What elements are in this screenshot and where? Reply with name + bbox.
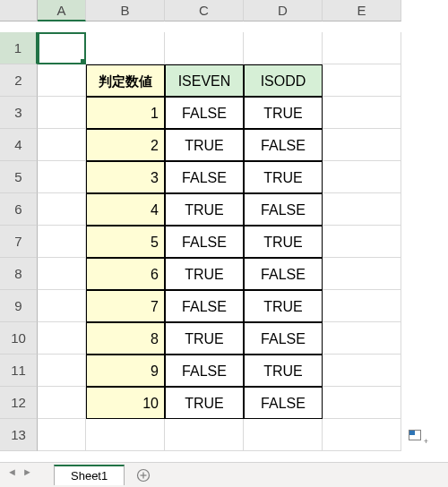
row-header-4[interactable]: 4 [0,129,38,161]
cell-A13[interactable] [38,419,86,451]
cell-C9[interactable]: FALSE [165,290,244,322]
row-header-10[interactable]: 10 [0,322,38,355]
cell-D3[interactable]: TRUE [244,97,323,129]
row-header-12[interactable]: 12 [0,387,38,419]
cell-C10[interactable]: TRUE [165,322,244,355]
cell-A10[interactable] [38,322,86,355]
cell-A4[interactable] [38,129,86,161]
row-header-3[interactable]: 3 [0,97,38,129]
cell-E6[interactable] [323,193,401,226]
cell-B5[interactable]: 3 [86,161,165,193]
col-header-D[interactable]: D [244,0,323,21]
cell-E11[interactable] [323,355,401,387]
cell-D13[interactable] [244,419,323,451]
col-header-A[interactable]: A [38,0,86,21]
cell-C6[interactable]: TRUE [165,193,244,226]
cell-A2[interactable] [38,64,86,97]
cell-D8[interactable]: FALSE [244,258,323,290]
cell-A3[interactable] [38,97,86,129]
cell-A7[interactable] [38,226,86,258]
row-header-11[interactable]: 11 [0,355,38,387]
cell-B8[interactable]: 6 [86,258,165,290]
new-sheet-button[interactable] [132,466,155,485]
row-header-6[interactable]: 6 [0,193,38,226]
cell-B3[interactable]: 1 [86,97,165,129]
row-header-7[interactable]: 7 [0,226,38,258]
cell-B11[interactable]: 9 [86,355,165,387]
cell-D6[interactable]: FALSE [244,193,323,226]
cell-E9[interactable] [323,290,401,322]
cell-A1[interactable] [38,32,86,64]
cell-C13[interactable] [165,419,244,451]
cell-C7[interactable]: FALSE [165,226,244,258]
cell-E5[interactable] [323,161,401,193]
tab-sheet1[interactable]: Sheet1 [54,465,125,485]
cell-B1[interactable] [86,32,165,64]
row-header-8[interactable]: 8 [0,258,38,290]
cell-D2[interactable]: ISODD [244,64,323,97]
row-header-13[interactable]: 13 [0,419,38,451]
cell-B7[interactable]: 5 [86,226,165,258]
cell-E7[interactable] [323,226,401,258]
cell-D1[interactable] [244,32,323,64]
cell-A11[interactable] [38,355,86,387]
cell-A5[interactable] [38,161,86,193]
cell-E10[interactable] [323,322,401,355]
cell-C11[interactable]: FALSE [165,355,244,387]
cell-B12[interactable]: 10 [86,387,165,419]
select-all-corner[interactable] [0,0,38,21]
cell-A12[interactable] [38,387,86,419]
cell-B9[interactable]: 7 [86,290,165,322]
chevron-right-icon[interactable]: ► [22,466,32,477]
cell-D5[interactable]: TRUE [244,161,323,193]
cell-C1[interactable] [165,32,244,64]
cell-C5[interactable]: FALSE [165,161,244,193]
cell-A6[interactable] [38,193,86,226]
row-header-5[interactable]: 5 [0,161,38,193]
chevron-left-icon[interactable]: ◄ [7,466,17,477]
cell-D9[interactable]: TRUE [244,290,323,322]
cell-E3[interactable] [323,97,401,129]
cell-B13[interactable] [86,419,165,451]
quick-analysis-icon[interactable]: + [405,428,425,442]
cell-E1[interactable] [323,32,401,64]
cell-B6[interactable]: 4 [86,193,165,226]
row-header-9[interactable]: 9 [0,290,38,322]
cell-E8[interactable] [323,258,401,290]
cell-D4[interactable]: FALSE [244,129,323,161]
cell-A8[interactable] [38,258,86,290]
cell-D11[interactable]: TRUE [244,355,323,387]
cell-C3[interactable]: FALSE [165,97,244,129]
cell-E12[interactable] [323,387,401,419]
cell-B4[interactable]: 2 [86,129,165,161]
cell-C12[interactable]: TRUE [165,387,244,419]
cell-C8[interactable]: TRUE [165,258,244,290]
cell-C4[interactable]: TRUE [165,129,244,161]
col-header-B[interactable]: B [86,0,165,21]
cell-A9[interactable] [38,290,86,322]
cell-E4[interactable] [323,129,401,161]
cell-D10[interactable]: FALSE [244,322,323,355]
tab-nav-arrows[interactable]: ◄ ► [7,466,32,477]
row-header-1[interactable]: 1 [0,32,38,64]
col-header-E[interactable]: E [323,0,401,21]
cell-D12[interactable]: FALSE [244,387,323,419]
col-header-C[interactable]: C [165,0,244,21]
cell-D7[interactable]: TRUE [244,226,323,258]
cell-E13[interactable] [323,419,401,451]
spreadsheet-grid[interactable]: A B C D E 1 2 判定数値 ISEVEN ISODD 3 1 FALS… [0,0,448,451]
cell-B10[interactable]: 8 [86,322,165,355]
cell-B2[interactable]: 判定数値 [86,64,165,97]
cell-C2[interactable]: ISEVEN [165,64,244,97]
row-header-2[interactable]: 2 [0,64,38,97]
cell-E2[interactable] [323,64,401,97]
sheet-tab-bar: ◄ ► Sheet1 [0,462,448,487]
